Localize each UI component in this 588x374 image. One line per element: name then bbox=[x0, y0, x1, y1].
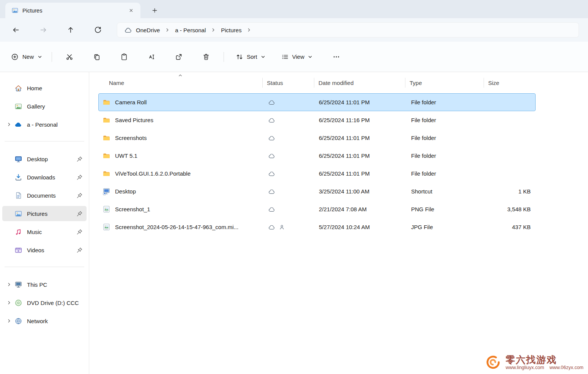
sidebar-item-music[interactable]: Music bbox=[2, 224, 87, 239]
toolbar-divider bbox=[224, 52, 224, 62]
column-header-type[interactable]: Type bbox=[405, 72, 484, 93]
more-options-button[interactable] bbox=[329, 49, 344, 64]
file-name-label: Screenshot_1 bbox=[115, 206, 150, 212]
column-header-label: Date modified bbox=[318, 80, 354, 86]
watermark-text: 零六找游戏 www.lingliuyx.com www.06zyx.com bbox=[506, 354, 583, 371]
column-header-status[interactable]: Status bbox=[262, 72, 314, 93]
folder-icon bbox=[102, 134, 110, 142]
view-button[interactable]: View bbox=[277, 49, 317, 64]
plus-circle-icon bbox=[11, 53, 19, 61]
sidebar-item-pictures[interactable]: Pictures bbox=[2, 206, 87, 221]
sidebar-item-gallery[interactable]: Gallery bbox=[2, 99, 87, 114]
folder-icon bbox=[102, 116, 110, 124]
file-size: 437 KB bbox=[484, 224, 536, 230]
pin-icon bbox=[76, 156, 83, 162]
file-name-cell: Saved Pictures bbox=[99, 116, 263, 124]
chevron-right-icon[interactable] bbox=[7, 319, 11, 323]
sort-ascending-icon bbox=[178, 73, 183, 78]
breadcrumb-item-a-personal[interactable]: a - Personal bbox=[171, 24, 210, 36]
sidebar-item-desktop[interactable]: Desktop bbox=[2, 151, 87, 167]
sidebar-item-label: Documents bbox=[27, 192, 76, 199]
sort-button[interactable]: Sort bbox=[231, 49, 270, 64]
music-icon bbox=[14, 228, 22, 236]
file-date-modified: 3/25/2024 11:00 AM bbox=[314, 188, 405, 195]
close-tab-button[interactable] bbox=[126, 6, 136, 16]
desktop-icon bbox=[14, 155, 22, 163]
network-icon bbox=[14, 317, 22, 325]
sidebar-item-label: Network bbox=[27, 318, 85, 324]
column-header-size[interactable]: Size bbox=[484, 72, 536, 93]
rename-button[interactable] bbox=[144, 49, 159, 64]
nav-buttons bbox=[2, 22, 112, 38]
paste-icon bbox=[120, 53, 128, 61]
watermark: 零六找游戏 www.lingliuyx.com www.06zyx.com bbox=[484, 354, 583, 371]
pin-icon bbox=[76, 192, 83, 199]
chevron-right-icon[interactable] bbox=[7, 122, 11, 127]
folder-icon bbox=[102, 98, 110, 106]
sidebar-item-downloads[interactable]: Downloads bbox=[2, 170, 87, 185]
watermark-url: www.lingliuyx.com bbox=[506, 365, 544, 370]
new-button[interactable]: New bbox=[5, 49, 48, 64]
file-name-cell: Camera Roll bbox=[99, 98, 263, 106]
file-status-cell bbox=[263, 206, 314, 212]
chevron-spacer bbox=[7, 86, 11, 90]
file-row[interactable]: UWT 5.16/25/2024 11:01 PMFile folder bbox=[98, 147, 536, 165]
chevron-right-icon[interactable] bbox=[247, 28, 251, 32]
sidebar-item-home[interactable]: Home bbox=[2, 80, 87, 96]
file-status-cell bbox=[263, 224, 314, 230]
file-name-cell: Screenshot_1 bbox=[99, 205, 263, 213]
new-button-label: New bbox=[22, 53, 34, 60]
column-header-date-modified[interactable]: Date modified bbox=[314, 72, 405, 93]
file-row[interactable]: Screenshots6/25/2024 11:01 PMFile folder bbox=[98, 129, 536, 147]
pin-icon bbox=[76, 211, 83, 217]
breadcrumb-item-onedrive[interactable]: OneDrive bbox=[120, 24, 164, 36]
breadcrumb-item-pictures[interactable]: Pictures bbox=[217, 24, 245, 36]
sidebar-item-label: DVD Drive (D:) CCC bbox=[27, 300, 85, 306]
watermark-urls: www.lingliuyx.com www.06zyx.com bbox=[506, 365, 583, 370]
file-row[interactable]: Desktop3/25/2024 11:00 AMShortcut1 KB bbox=[98, 182, 536, 200]
sidebar-item-label: Downloads bbox=[27, 174, 76, 181]
view-button-label: View bbox=[292, 53, 304, 60]
copy-button[interactable] bbox=[89, 49, 104, 64]
file-name-cell: Desktop bbox=[99, 187, 263, 195]
file-row[interactable]: ViVeTool.GUI.1.6.2.0.Portable6/25/2024 1… bbox=[98, 165, 536, 182]
back-button[interactable] bbox=[8, 22, 24, 38]
file-name-cell: ViVeTool.GUI.1.6.2.0.Portable bbox=[99, 170, 263, 178]
home-icon bbox=[14, 84, 22, 92]
image-file-icon bbox=[102, 223, 110, 231]
chevron-right-icon[interactable] bbox=[211, 28, 216, 32]
videos-icon bbox=[14, 246, 22, 254]
cut-button[interactable] bbox=[62, 49, 77, 64]
cloud-icon bbox=[268, 224, 275, 230]
sidebar-item-documents[interactable]: Documents bbox=[2, 188, 87, 203]
file-type: JPG File bbox=[405, 224, 484, 230]
chevron-spacer bbox=[7, 211, 11, 216]
sidebar-item-videos[interactable]: Videos bbox=[2, 242, 87, 258]
delete-button[interactable] bbox=[199, 49, 214, 64]
forward-button[interactable] bbox=[36, 22, 51, 38]
sidebar-item-network[interactable]: Network bbox=[2, 313, 87, 328]
image-file-icon bbox=[102, 205, 110, 213]
file-row[interactable]: Screenshot_12/21/2024 7:08 AMPNG File3,5… bbox=[98, 200, 536, 218]
paste-button[interactable] bbox=[117, 49, 132, 64]
sidebar-item-label: a - Personal bbox=[27, 121, 85, 128]
chevron-right-icon[interactable] bbox=[7, 282, 11, 287]
up-button[interactable] bbox=[63, 22, 78, 38]
file-date-modified: 6/25/2024 11:01 PM bbox=[314, 99, 405, 105]
sort-icon bbox=[236, 53, 243, 61]
sidebar-item-a-personal[interactable]: a - Personal bbox=[2, 117, 87, 132]
column-header-name[interactable]: Name bbox=[98, 72, 262, 93]
new-tab-button[interactable] bbox=[149, 5, 160, 16]
refresh-button[interactable] bbox=[90, 22, 106, 38]
file-row[interactable]: Camera Roll6/25/2024 11:01 PMFile folder bbox=[98, 93, 536, 111]
sidebar-item-this-pc[interactable]: This PC bbox=[2, 277, 87, 292]
view-icon bbox=[281, 53, 289, 61]
chevron-right-icon[interactable] bbox=[165, 28, 170, 32]
chevron-right-icon[interactable] bbox=[7, 300, 11, 305]
share-button[interactable] bbox=[171, 49, 186, 64]
forward-icon bbox=[39, 26, 47, 34]
tab-pictures[interactable]: Pictures bbox=[5, 3, 140, 18]
sidebar-item-dvd-drive-d-ccc[interactable]: DVD Drive (D:) CCC bbox=[2, 295, 87, 310]
file-row[interactable]: Saved Pictures6/25/2024 11:16 PMFile fol… bbox=[98, 111, 536, 129]
file-row[interactable]: Screenshot_2024-05-26-14-15-47-963_com.m… bbox=[98, 218, 536, 236]
